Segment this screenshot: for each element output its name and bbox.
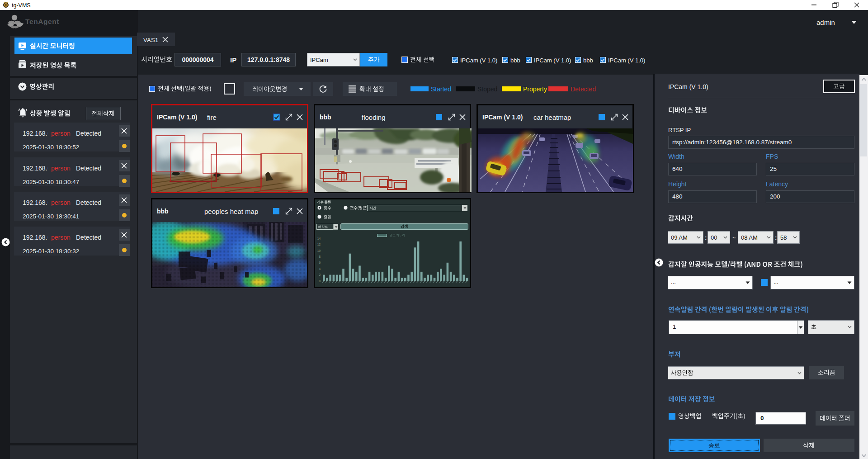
svg-text:12: 12 (317, 243, 321, 246)
svg-text:0: 0 (319, 279, 321, 283)
svg-text:10: 10 (317, 249, 321, 252)
svg-text:4: 4 (319, 267, 321, 270)
svg-text:8: 8 (319, 255, 321, 258)
svg-text:2: 2 (319, 273, 321, 276)
svg-text:14: 14 (317, 237, 321, 240)
svg-text:6: 6 (319, 261, 321, 264)
